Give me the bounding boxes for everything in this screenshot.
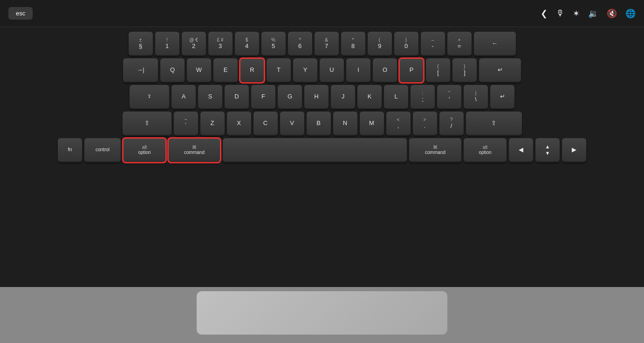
key-equals[interactable]: + = [447,32,472,56]
key-a[interactable]: A [171,85,196,109]
key-x[interactable]: X [227,112,251,136]
key-shift-left[interactable]: ⇧ [123,112,171,136]
key-command-right[interactable]: ⌘ command [409,138,461,162]
key-arrow-left[interactable]: ◀ [509,138,533,162]
tb-mute-icon: 🔇 [607,8,617,19]
key-4[interactable]: $ 4 [235,32,259,56]
key-6[interactable]: ^ 6 [288,32,312,56]
key-semicolon[interactable]: : ; [411,85,435,109]
key-7[interactable]: & 7 [315,32,339,56]
key-slash[interactable]: ? / [439,112,464,136]
bottom-row: fn control alt option ⌘ command ⌘ comman… [7,138,637,162]
key-e[interactable]: E [213,58,238,83]
key-arrow-right[interactable]: ▶ [562,138,586,162]
tb-voice-icon: 🎙 [556,8,564,18]
key-command-left[interactable]: ⌘ command [168,138,220,162]
key-caps-lock[interactable]: ⇪ [130,85,169,109]
key-1[interactable]: ! 1 [155,32,179,56]
tb-siri-icon: 🌐 [625,8,636,19]
key-arrows-updown[interactable]: ▲ ▼ [535,138,560,162]
key-d[interactable]: D [225,85,249,109]
key-quote[interactable]: " ' [437,85,461,109]
key-backslash[interactable]: | \ [464,85,488,109]
key-l[interactable]: L [384,85,408,109]
key-shift-right[interactable]: ⇧ [466,112,522,136]
key-b[interactable]: B [307,112,331,136]
key-n[interactable]: N [333,112,357,136]
key-0[interactable]: ) 0 [394,32,418,56]
key-3[interactable]: £ # 3 [208,32,233,56]
key-i[interactable]: I [346,58,370,83]
tb-brightness-icon: ✶ [573,8,580,19]
key-tilde[interactable]: ~ ` [174,112,198,136]
trackpad-area [0,287,644,343]
zxcv-row: ⇧ ~ ` Z X C V B N [7,112,637,136]
key-z[interactable]: Z [200,112,225,136]
key-s[interactable]: S [198,85,222,109]
key-section[interactable]: ± § [129,32,153,56]
key-2[interactable]: @ € 2 [182,32,206,56]
trackpad[interactable] [196,291,448,335]
key-j[interactable]: J [331,85,355,109]
qwerty-row: →| Q W E R T Y U I [7,58,637,83]
key-w[interactable]: W [187,58,211,83]
key-minus[interactable]: – - [421,32,445,56]
key-period[interactable]: > . [413,112,437,136]
key-open-bracket[interactable]: { [ [426,58,450,83]
key-close-bracket[interactable]: } ] [452,58,477,83]
key-q[interactable]: Q [160,58,185,83]
key-u[interactable]: U [320,58,344,83]
key-o[interactable]: O [373,58,397,83]
key-option-right[interactable]: alt option [464,138,507,162]
key-option-left[interactable]: alt option [123,138,166,162]
asdf-row: ⇪ A S D F G H J K [7,85,637,109]
key-return-wide[interactable]: ↵ [490,85,514,109]
touch-bar-icons: ❮ 🎙 ✶ 🔉 🔇 🌐 [541,8,636,19]
key-tab[interactable]: →| [123,58,158,83]
key-backspace[interactable]: ← [474,32,516,56]
key-v[interactable]: V [280,112,304,136]
key-h[interactable]: H [304,85,329,109]
key-r[interactable]: R [240,58,264,83]
key-t[interactable]: T [267,58,291,83]
key-f[interactable]: F [251,85,275,109]
key-9[interactable]: ( 9 [368,32,392,56]
keyboard-rows: ± § ! 1 @ € 2 £ # 3 $ 4 % 5 [0,27,644,287]
esc-key[interactable]: esc [8,7,33,20]
key-y[interactable]: Y [293,58,317,83]
key-comma[interactable]: < , [386,112,411,136]
key-c[interactable]: C [253,112,278,136]
key-control[interactable]: control [84,138,121,162]
key-5[interactable]: % 5 [261,32,286,56]
key-g[interactable]: G [278,85,302,109]
tb-back-icon: ❮ [541,8,548,19]
tb-volume-icon: 🔉 [588,8,598,19]
key-fn[interactable]: fn [58,138,82,162]
key-8[interactable]: * 8 [341,32,365,56]
key-p[interactable]: P [399,58,424,83]
key-k[interactable]: K [357,85,382,109]
key-return[interactable]: ↵ [479,58,521,83]
key-m[interactable]: M [360,112,384,136]
touch-bar: esc ❮ 🎙 ✶ 🔉 🔇 🌐 [0,0,644,27]
key-spacebar[interactable] [223,138,407,162]
number-row: ± § ! 1 @ € 2 £ # 3 $ 4 % 5 [7,32,637,56]
keyboard-body: esc ❮ 🎙 ✶ 🔉 🔇 🌐 ± § ! 1 @ € 2 [0,0,644,343]
